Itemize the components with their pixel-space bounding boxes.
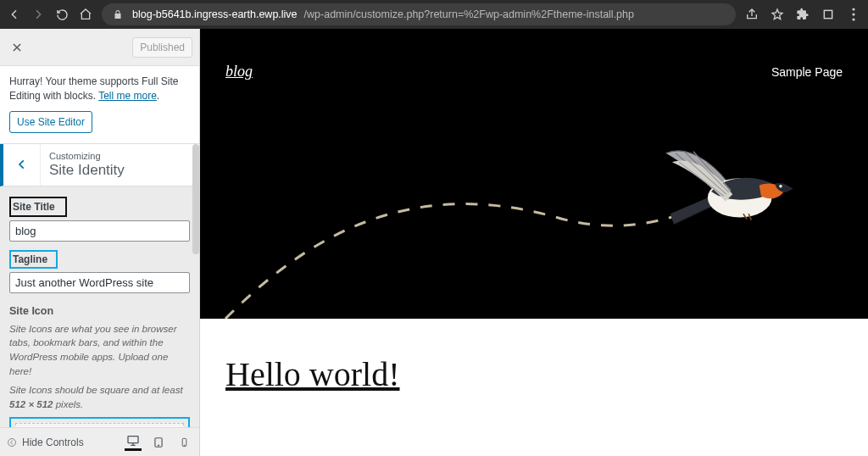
site-icon-heading: Site Icon xyxy=(9,305,190,317)
svg-point-2 xyxy=(852,13,854,15)
select-site-icon-highlight: Select site icon xyxy=(9,417,190,427)
nav-sample-page[interactable]: Sample Page xyxy=(771,65,843,79)
use-site-editor-button[interactable]: Use Site Editor xyxy=(9,111,92,133)
sidebar-body: Site Title Tagline Site Icon Site Icons … xyxy=(0,186,199,427)
fse-notice: Hurray! Your theme supports Full Site Ed… xyxy=(0,66,199,144)
customizer-sidebar: Published Hurray! Your theme supports Fu… xyxy=(0,29,200,456)
lock-icon xyxy=(110,7,125,22)
post-area: Hello world! xyxy=(200,319,868,394)
hide-controls-label: Hide Controls xyxy=(22,437,84,448)
svg-point-4 xyxy=(8,438,16,446)
tagline-label: Tagline xyxy=(9,250,58,269)
chrome-right-controls xyxy=(744,7,861,22)
svg-point-7 xyxy=(159,445,159,446)
extensions-icon[interactable] xyxy=(795,7,810,22)
hide-controls-button[interactable]: Hide Controls xyxy=(7,437,84,448)
url-path: /wp-admin/customize.php?return=%2Fwp-adm… xyxy=(304,8,634,20)
hero-header: blog Sample Page xyxy=(200,29,868,81)
site-icon-desc-2: Site Icons should be square and at least… xyxy=(9,383,190,411)
bird-illustration xyxy=(661,142,795,241)
svg-point-11 xyxy=(779,185,782,187)
post-title[interactable]: Hello world! xyxy=(225,354,843,394)
site-title-input[interactable] xyxy=(9,220,190,242)
svg-rect-5 xyxy=(128,437,138,443)
svg-point-1 xyxy=(852,8,854,10)
section-pretitle: Customizing xyxy=(49,151,125,161)
tablet-preview-icon[interactable] xyxy=(150,434,167,451)
url-host: blog-b5641b.ingress-earth.ewp.live xyxy=(132,8,298,20)
site-icon-desc-1: Site Icons are what you see in browser t… xyxy=(9,322,190,379)
desktop-preview-icon[interactable] xyxy=(125,434,142,451)
sidebar-scrollbar[interactable] xyxy=(192,66,199,427)
tagline-input[interactable] xyxy=(9,272,190,293)
sidebar-footer: Hide Controls xyxy=(0,427,199,456)
section-title: Site Identity xyxy=(49,162,125,179)
share-icon[interactable] xyxy=(744,7,760,22)
back-icon[interactable] xyxy=(7,7,22,22)
menu-icon[interactable] xyxy=(846,7,861,22)
close-icon[interactable] xyxy=(7,37,27,58)
svg-point-9 xyxy=(184,444,185,445)
publish-button[interactable]: Published xyxy=(132,37,192,58)
site-title-label: Site Title xyxy=(9,197,67,217)
preview-pane: blog Sample Page xyxy=(200,29,868,456)
section-title-block: Customizing Site Identity xyxy=(41,144,133,186)
forward-icon[interactable] xyxy=(31,7,46,22)
site-logo-text[interactable]: blog xyxy=(225,63,253,81)
app-root: Published Hurray! Your theme supports Fu… xyxy=(0,29,868,456)
hero-section: blog Sample Page xyxy=(200,29,868,319)
home-icon[interactable] xyxy=(78,7,93,22)
address-bar[interactable]: blog-b5641b.ingress-earth.ewp.live /wp-a… xyxy=(102,3,736,25)
svg-rect-0 xyxy=(824,10,832,18)
section-header: Customizing Site Identity xyxy=(0,144,199,186)
mobile-preview-icon[interactable] xyxy=(175,434,192,451)
svg-point-3 xyxy=(852,18,854,20)
reload-icon[interactable] xyxy=(54,7,70,22)
window-icon[interactable] xyxy=(821,7,836,22)
star-icon[interactable] xyxy=(770,7,785,22)
sidebar-scrollbar-thumb[interactable] xyxy=(192,144,199,254)
back-button[interactable] xyxy=(3,144,41,186)
tell-me-more-link[interactable]: Tell me more xyxy=(98,90,157,102)
sidebar-top-bar: Published xyxy=(0,29,199,66)
browser-chrome: blog-b5641b.ingress-earth.ewp.live /wp-a… xyxy=(0,0,868,29)
